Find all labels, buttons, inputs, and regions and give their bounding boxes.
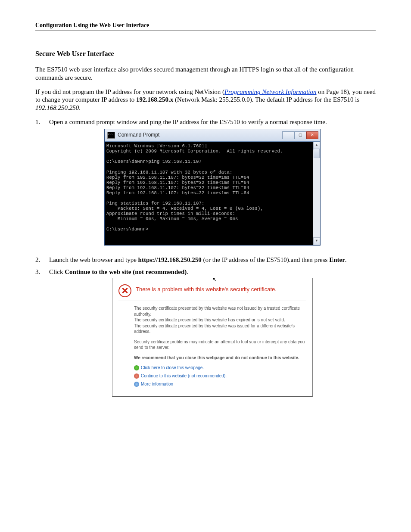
cert-heading: There is a problem with this website's s… <box>136 284 277 293</box>
scroll-down-button[interactable]: ▼ <box>313 237 320 245</box>
p2-italic-ip: 192.168.250.250 <box>35 104 79 111</box>
cmd-scrollbar[interactable]: ▲▼ <box>313 142 320 245</box>
shield-ok-icon <box>134 365 139 370</box>
s2-url: https://192.168.250.250 <box>138 256 202 263</box>
page-header: Configuration Using the Web User Interfa… <box>35 22 376 31</box>
header-title: Configuration Using the Web User Interfa… <box>35 22 149 28</box>
cmd-body[interactable]: Microsoft Windows [Version 6.1.7601] Cop… <box>105 142 320 245</box>
cert-p3: We recommend that you close this webpage… <box>134 355 306 361</box>
continue-website-link[interactable]: Continue to this website (not recommende… <box>141 373 227 379</box>
step-number: 1. <box>35 118 49 253</box>
programming-network-info-link[interactable]: Programming Network Information <box>224 88 317 95</box>
shield-error-icon <box>118 284 131 297</box>
maximize-button[interactable]: ▢ <box>294 131 306 139</box>
shield-warn-icon <box>134 373 139 379</box>
s2-pre: Launch the web browser and type <box>49 256 138 263</box>
p2-postip: (Network Mask: 255.255.0.0). The default… <box>173 96 359 103</box>
p2-bold-ip: 192.168.250.x <box>136 96 173 103</box>
s2-enter: Enter <box>329 256 345 263</box>
cert-p2: Security certificate problems may indica… <box>134 339 306 351</box>
step-1-text: Open a command prompt window and ping th… <box>49 118 376 127</box>
step-2: 2. Launch the web browser and type https… <box>35 256 376 264</box>
cert-more-info-row: More information <box>134 381 306 387</box>
cmd-icon <box>107 132 115 139</box>
minimize-button[interactable]: — <box>282 131 294 139</box>
p2-end: . <box>79 104 81 111</box>
cert-p1a: The security certificate presented by th… <box>134 305 306 317</box>
cursor-icon: ↖ <box>212 277 217 283</box>
step-number: 2. <box>35 256 49 264</box>
steps-list: 1. Open a command prompt window and ping… <box>35 118 376 398</box>
intro-paragraph-2: If you did not program the IP address fo… <box>35 88 376 112</box>
step-1: 1. Open a command prompt window and ping… <box>35 118 376 253</box>
more-information-link[interactable]: More information <box>141 381 173 387</box>
s3-pre: Click <box>49 268 65 275</box>
s2-mid: (or the IP address of the ES7510).and th… <box>202 256 329 263</box>
p2-pre: If you did not program the IP address fo… <box>35 88 224 95</box>
s2-end: . <box>345 256 347 263</box>
cmd-output: Microsoft Windows [Version 6.1.7601] Cop… <box>106 143 283 232</box>
cert-p1c: The security certificate presented by th… <box>134 323 306 335</box>
cert-top: There is a problem with this website's s… <box>118 282 306 301</box>
window-buttons: — ▢ ✕ <box>282 131 318 139</box>
close-button[interactable]: ✕ <box>306 131 318 139</box>
s3-end: . <box>187 268 188 275</box>
scroll-thumb[interactable] <box>314 149 320 158</box>
cmd-titlebar: Command Prompt — ▢ ✕ <box>105 129 320 142</box>
chevron-down-icon <box>134 382 139 387</box>
close-webpage-link[interactable]: Click here to close this webpage. <box>141 365 204 370</box>
cmd-title: Command Prompt <box>118 132 280 139</box>
intro-paragraph-1: The ES7510 web user interface also provi… <box>35 65 376 82</box>
step-number: 3. <box>35 268 49 398</box>
step-3: 3. Click Continue to the web site (not r… <box>35 268 376 398</box>
section-title: Secure Web User Interface <box>35 50 376 58</box>
certificate-warning-pane: ↖ There is a problem with this website's… <box>112 278 313 397</box>
cert-continue-link-row: Continue to this website (not recommende… <box>134 373 306 379</box>
cert-block-1: The security certificate presented by th… <box>134 305 306 335</box>
s3-bold: Continue to the web site (not recommende… <box>65 268 187 275</box>
command-prompt-window: Command Prompt — ▢ ✕ Microsoft Windows [… <box>104 129 321 246</box>
cert-p1b: The security certificate presented by th… <box>134 317 306 323</box>
cert-close-link-row: Click here to close this webpage. <box>134 365 306 370</box>
